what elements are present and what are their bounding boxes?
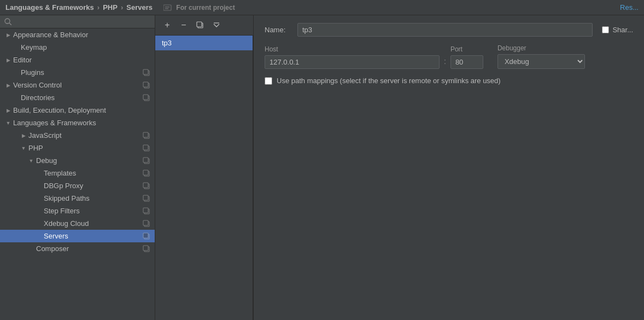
for-current-project-text: For current project <box>176 4 235 11</box>
path-mappings-checkbox[interactable] <box>265 77 272 85</box>
sidebar-item-skipped-paths[interactable]: Skipped Paths <box>0 192 155 205</box>
sidebar-item-keymap[interactable]: Keymap <box>0 41 155 54</box>
svg-rect-20 <box>143 183 148 188</box>
sidebar-label-editor: Editor <box>13 56 150 64</box>
expand-arrow-appearance[interactable]: ▶ <box>4 31 12 39</box>
remove-server-button[interactable]: − <box>177 19 190 32</box>
expand-arrow-version-control[interactable]: ▶ <box>4 82 12 89</box>
sidebar-item-servers[interactable]: Servers <box>0 230 155 242</box>
svg-rect-26 <box>143 220 148 225</box>
path-mappings-row: Use path mappings (select if the server … <box>265 77 633 85</box>
svg-rect-10 <box>143 95 148 100</box>
breadcrumb-sep1: › <box>97 3 99 11</box>
breadcrumb-sep2: › <box>121 3 123 11</box>
sidebar-item-xdebug-cloud[interactable]: Xdebug Cloud <box>0 217 155 230</box>
server-name: tp3 <box>162 39 172 47</box>
sidebar-item-plugins[interactable]: Plugins <box>0 66 155 79</box>
copy-icon-servers <box>143 232 150 240</box>
expand-arrow-editor[interactable]: ▶ <box>4 56 12 64</box>
main-layout: ▶Appearance & BehaviorKeymap▶EditorPlugi… <box>0 15 644 320</box>
name-row: Name: Shar... <box>265 23 633 37</box>
breadcrumb-part1: Languages & Frameworks <box>5 3 94 11</box>
sidebar-item-build[interactable]: ▶Build, Execution, Deployment <box>0 104 155 117</box>
expand-arrow-templates <box>35 170 43 177</box>
expand-arrow-keymap <box>12 44 20 51</box>
svg-rect-28 <box>143 233 148 238</box>
share-area: Shar... <box>602 26 633 34</box>
sidebar-label-plugins: Plugins <box>21 68 143 77</box>
sidebar-items-container: ▶Appearance & BehaviorKeymap▶EditorPlugi… <box>0 28 155 255</box>
top-bar: Languages & Frameworks › PHP › Servers F… <box>0 0 644 15</box>
content-panels: + − tp3 <box>155 15 644 320</box>
path-mappings-label: Use path mappings (select if the server … <box>277 77 501 85</box>
sidebar-label-keymap: Keymap <box>21 43 150 51</box>
server-entry[interactable]: tp3 <box>155 36 253 50</box>
breadcrumb-part3: Servers <box>126 3 153 11</box>
sidebar-item-version-control[interactable]: ▶Version Control <box>0 79 155 91</box>
expand-arrow-skipped-paths <box>35 195 43 202</box>
server-form: Name: Shar... Host : Port <box>254 15 644 320</box>
copy-icon-plugins <box>143 69 150 77</box>
expand-arrow-javascript[interactable]: ▶ <box>20 132 27 139</box>
sidebar-search <box>0 15 155 28</box>
share-label: Shar... <box>612 26 633 34</box>
search-input[interactable] <box>14 18 150 26</box>
debugger-select[interactable]: Xdebug Zend Debugger <box>497 54 585 69</box>
sidebar-item-languages[interactable]: ▼Languages & Frameworks <box>0 117 155 129</box>
host-input[interactable] <box>265 55 440 69</box>
sidebar-label-debug: Debug <box>36 156 143 165</box>
sidebar-label-step-filters: Step Filters <box>44 207 143 215</box>
sidebar-item-debug[interactable]: ▼Debug <box>0 154 155 167</box>
expand-arrow-xdebug-cloud <box>35 220 43 228</box>
sidebar-item-directories[interactable]: Directories <box>0 91 155 104</box>
sidebar-label-skipped-paths: Skipped Paths <box>44 194 143 202</box>
sidebar-item-step-filters[interactable]: Step Filters <box>0 205 155 217</box>
sidebar-item-appearance[interactable]: ▶Appearance & Behavior <box>0 28 155 41</box>
sidebar-label-directories: Directories <box>21 94 143 102</box>
name-input[interactable] <box>297 23 593 37</box>
reset-link[interactable]: Res... <box>620 3 639 11</box>
add-server-button[interactable]: + <box>161 19 174 32</box>
copy-server-button[interactable] <box>194 19 207 32</box>
debugger-label: Debugger <box>497 44 585 52</box>
port-input[interactable] <box>450 55 483 69</box>
sidebar-item-javascript[interactable]: ▶JavaScript <box>0 129 155 142</box>
sidebar-item-dbgp-proxy[interactable]: DBGp Proxy <box>0 179 155 192</box>
copy-icon-debug <box>143 157 150 165</box>
expand-arrow-directories <box>12 94 20 102</box>
svg-rect-1 <box>165 7 169 8</box>
expand-arrow-dbgp-proxy <box>35 182 43 190</box>
sidebar-label-composer: Composer <box>36 245 143 253</box>
sidebar-label-appearance: Appearance & Behavior <box>13 31 150 39</box>
breadcrumb-part2: PHP <box>103 3 118 11</box>
expand-arrow-languages[interactable]: ▼ <box>4 119 12 127</box>
colon-separator: : <box>440 57 450 69</box>
sidebar-label-php: PHP <box>28 144 143 152</box>
svg-rect-6 <box>143 69 148 74</box>
for-current-project: For current project <box>163 4 235 11</box>
expand-arrow-build[interactable]: ▶ <box>4 107 12 114</box>
sidebar-label-javascript: JavaScript <box>28 131 143 139</box>
share-checkbox[interactable] <box>602 26 609 33</box>
sidebar-item-templates[interactable]: Templates <box>0 167 155 179</box>
expand-arrow-composer <box>27 245 35 253</box>
sidebar-item-php[interactable]: ▼PHP <box>0 142 155 154</box>
copy-icon-version-control <box>143 82 150 89</box>
svg-line-4 <box>9 23 11 25</box>
sidebar-label-version-control: Version Control <box>13 81 143 89</box>
host-col: Host <box>265 45 440 69</box>
sidebar-item-composer[interactable]: Composer <box>0 242 155 255</box>
copy-icon <box>196 21 204 29</box>
move-server-button[interactable] <box>210 19 223 32</box>
expand-arrow-php[interactable]: ▼ <box>20 144 27 152</box>
svg-rect-22 <box>143 195 148 200</box>
svg-point-3 <box>5 19 10 24</box>
copy-icon-skipped-paths <box>143 195 150 202</box>
sidebar-item-editor[interactable]: ▶Editor <box>0 54 155 66</box>
expand-arrow-debug[interactable]: ▼ <box>27 157 35 165</box>
svg-rect-2 <box>165 8 168 9</box>
svg-rect-32 <box>197 22 202 27</box>
content-area: + − tp3 <box>155 15 644 320</box>
copy-icon-composer <box>143 245 150 253</box>
svg-rect-8 <box>143 82 148 87</box>
